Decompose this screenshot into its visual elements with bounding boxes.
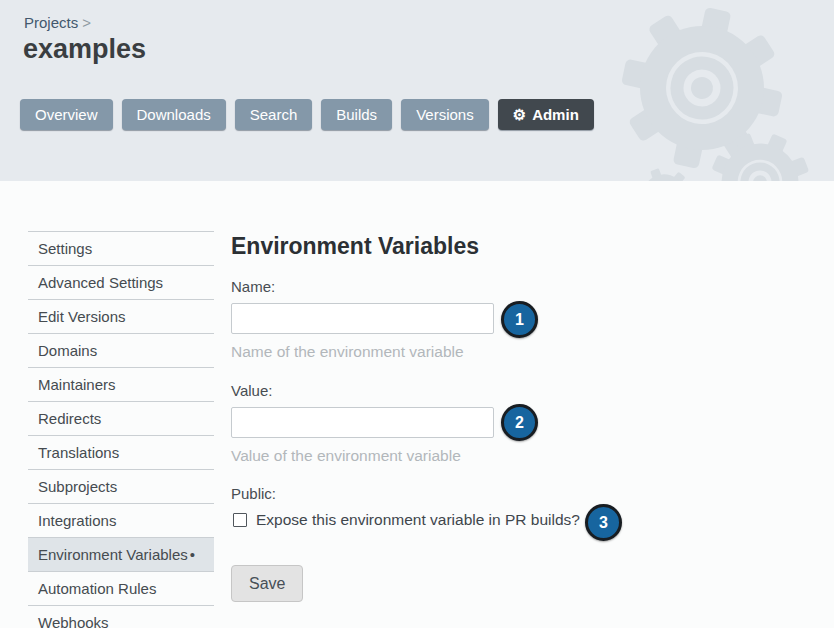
current-item-marker: • bbox=[190, 546, 195, 563]
value-field-help: Value of the environment variable bbox=[231, 447, 461, 465]
page-title: examples bbox=[23, 34, 146, 65]
value-input[interactable] bbox=[231, 407, 494, 438]
breadcrumb: Projects > bbox=[24, 14, 91, 31]
section-heading: Environment Variables bbox=[231, 233, 479, 260]
sidebar-item-integrations[interactable]: Integrations bbox=[28, 504, 214, 538]
nav-overview-button[interactable]: Overview bbox=[20, 99, 113, 130]
nav-builds-button[interactable]: Builds bbox=[321, 99, 392, 130]
name-input[interactable] bbox=[231, 303, 494, 334]
sidebar-item-domains[interactable]: Domains bbox=[28, 334, 214, 368]
name-field-label: Name: bbox=[231, 278, 275, 295]
project-header: Projects > examples Overview Downloads S… bbox=[0, 0, 834, 181]
gear-icon: ⚙ bbox=[513, 107, 526, 122]
sidebar-item-settings[interactable]: Settings bbox=[28, 232, 214, 266]
sidebar-item-redirects[interactable]: Redirects bbox=[28, 402, 214, 436]
sidebar-item-maintainers[interactable]: Maintainers bbox=[28, 368, 214, 402]
admin-sidebar: Settings Advanced Settings Edit Versions… bbox=[28, 231, 214, 628]
breadcrumb-separator: > bbox=[82, 14, 91, 31]
value-field-label: Value: bbox=[231, 382, 272, 399]
save-button[interactable]: Save bbox=[231, 565, 303, 602]
sidebar-item-environment-variables[interactable]: Environment Variables• bbox=[28, 538, 214, 572]
project-nav: Overview Downloads Search Builds Version… bbox=[20, 99, 594, 130]
page: Projects > examples Overview Downloads S… bbox=[0, 0, 834, 628]
gears-watermark-icon bbox=[574, 0, 834, 181]
nav-search-button[interactable]: Search bbox=[235, 99, 313, 130]
sidebar-item-label: Environment Variables bbox=[38, 546, 188, 563]
sidebar-item-subprojects[interactable]: Subprojects bbox=[28, 470, 214, 504]
callout-badge-2: 2 bbox=[501, 404, 538, 441]
nav-admin-button[interactable]: ⚙ Admin bbox=[498, 99, 594, 130]
nav-admin-label: Admin bbox=[532, 106, 579, 123]
callout-badge-3: 3 bbox=[585, 504, 622, 541]
nav-versions-button[interactable]: Versions bbox=[401, 99, 489, 130]
nav-downloads-button[interactable]: Downloads bbox=[122, 99, 226, 130]
public-field-label: Public: bbox=[231, 485, 276, 502]
public-checkbox-row: Expose this environment variable in PR b… bbox=[233, 511, 580, 529]
public-checkbox-label: Expose this environment variable in PR b… bbox=[256, 511, 580, 529]
public-checkbox[interactable] bbox=[233, 513, 247, 527]
callout-badge-1: 1 bbox=[501, 301, 538, 338]
sidebar-item-automation-rules[interactable]: Automation Rules bbox=[28, 572, 214, 606]
name-field-help: Name of the environment variable bbox=[231, 343, 464, 361]
breadcrumb-projects-link[interactable]: Projects bbox=[24, 14, 78, 31]
sidebar-item-advanced-settings[interactable]: Advanced Settings bbox=[28, 266, 214, 300]
sidebar-item-webhooks[interactable]: Webhooks bbox=[28, 606, 214, 628]
sidebar-item-translations[interactable]: Translations bbox=[28, 436, 214, 470]
sidebar-item-edit-versions[interactable]: Edit Versions bbox=[28, 300, 214, 334]
